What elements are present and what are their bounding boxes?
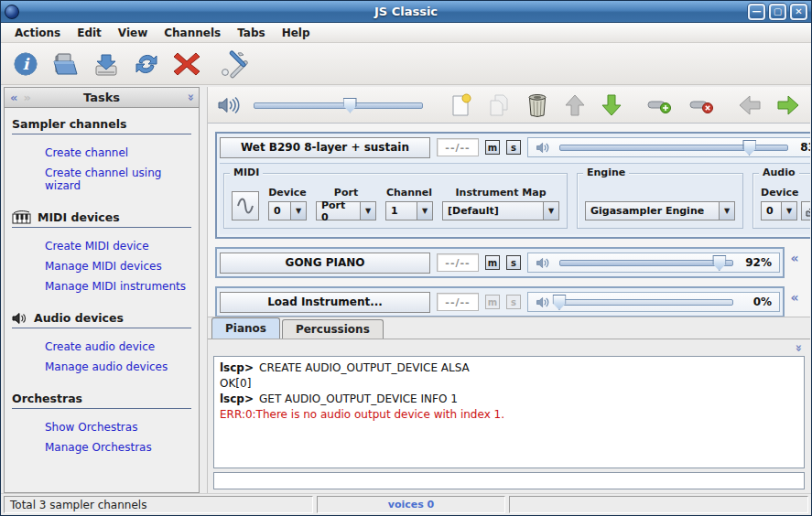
tray-arrow-icon [806, 205, 811, 217]
refresh-button[interactable] [131, 48, 162, 80]
reset-sampler-button[interactable] [171, 48, 202, 80]
slider-thumb[interactable] [553, 295, 567, 310]
channel-options-panel: MIDI Device [220, 163, 810, 234]
tasks-body: Sampler channels Create channel Create c… [5, 108, 199, 492]
console-collapse-icon[interactable]: « [791, 344, 803, 351]
plug-remove-icon[interactable] [688, 95, 716, 115]
audio-routing-button[interactable] [801, 201, 810, 220]
status-bar: Total 3 sampler channels voices 0 [1, 493, 811, 515]
volume-speaker-icon [536, 141, 552, 155]
link-show-orchestras[interactable]: Show Orchestras [12, 417, 191, 437]
master-volume-slider[interactable] [254, 97, 423, 113]
expand-channel-icon[interactable]: « [785, 247, 805, 265]
midi-group: MIDI Device [223, 173, 568, 229]
move-up-icon[interactable] [564, 93, 586, 117]
next-lane-icon[interactable] [776, 94, 800, 116]
tasks-title: Tasks [5, 91, 199, 104]
prev-lane-icon[interactable] [738, 94, 762, 116]
link-manage-midi-devices[interactable]: Manage MIDI devices [12, 256, 191, 276]
channel-volume-slider[interactable] [559, 139, 788, 156]
minimize-button[interactable]: — [748, 4, 765, 20]
channels-pane: Wet B290 8-layer + sustain --/-- m s [208, 124, 810, 317]
mute-button[interactable]: m [485, 295, 500, 309]
maximize-button[interactable]: ▢ [769, 4, 786, 20]
instrument-button[interactable]: GONG PIANO [220, 253, 430, 274]
lscp-console[interactable]: lscp>CREATE AUDIO_OUTPUT_DEVICE ALSA OK[… [213, 356, 805, 468]
open-script-button[interactable] [50, 48, 81, 80]
instrument-button[interactable]: Wet B290 8-layer + sustain [220, 137, 430, 158]
tab-pianos[interactable]: Pianos [211, 317, 280, 339]
sidebar-splitter[interactable] [200, 87, 207, 493]
plug-add-icon[interactable] [646, 95, 674, 115]
slider-thumb[interactable] [712, 255, 726, 271]
link-create-audio-device[interactable]: Create audio device [12, 337, 191, 357]
mute-button[interactable]: m [485, 255, 500, 270]
menu-tabs[interactable]: Tabs [229, 25, 273, 41]
slider-thumb[interactable] [343, 98, 357, 113]
instrument-button[interactable]: Load Instrument... [220, 292, 430, 313]
close-button[interactable]: ✕ [790, 4, 807, 20]
section-title: Audio devices [34, 311, 124, 325]
instrument-map-combo[interactable]: [Default] ▼ [442, 201, 559, 220]
midi-monitor-button[interactable] [232, 191, 259, 220]
dropdown-arrow-icon: ▼ [719, 202, 734, 220]
expand-channel-icon[interactable]: « [785, 286, 805, 305]
link-manage-midi-instruments[interactable]: Manage MIDI instruments [12, 276, 191, 296]
solo-button[interactable]: s [506, 255, 521, 270]
volume-box: 92% [527, 253, 780, 273]
section-title: Sampler channels [12, 117, 126, 131]
mute-button[interactable]: m [485, 140, 500, 155]
midi-device-label: Device [268, 187, 307, 199]
audio-device-combo[interactable]: 0 ▼ [761, 201, 797, 220]
channel-strip-row: Load Instrument... --/-- m s [215, 286, 805, 317]
link-create-midi-device[interactable]: Create MIDI device [12, 236, 191, 256]
status-empty [509, 496, 808, 513]
link-create-channel[interactable]: Create channel [12, 143, 191, 163]
engine-combo[interactable]: Gigasampler Engine ▼ [585, 201, 735, 220]
section-orchestras: Orchestras Show Orchestras Manage Orches… [12, 392, 191, 457]
preferences-button[interactable] [217, 48, 248, 80]
menu-help[interactable]: Help [274, 25, 319, 41]
tasks-collapse-icon[interactable]: « [183, 93, 195, 101]
menu-view[interactable]: View [110, 25, 156, 41]
midi-port-combo[interactable]: Port 0 ▼ [316, 201, 376, 220]
status-total-channels: Total 3 sampler channels [4, 496, 313, 513]
lscp-command-input[interactable] [213, 472, 805, 489]
tasks-forward-icon[interactable]: » [23, 91, 30, 103]
content-area: « » Tasks « Sampler channels Create chan… [1, 85, 811, 493]
midi-channel-combo[interactable]: 1 ▼ [385, 201, 433, 220]
menu-actions[interactable]: Actions [6, 25, 69, 41]
channel-volume-slider[interactable] [559, 254, 733, 271]
tasks-back-icon[interactable]: « [10, 91, 17, 103]
link-manage-audio-devices[interactable]: Manage audio devices [12, 357, 191, 377]
channels-toolbar [208, 87, 810, 124]
section-title: MIDI devices [38, 210, 120, 224]
midi-device-combo[interactable]: 0 ▼ [268, 201, 307, 220]
solo-button[interactable]: s [506, 295, 521, 309]
dropdown-arrow-icon: ▼ [290, 202, 306, 220]
new-channel-icon[interactable] [450, 93, 472, 117]
dropdown-arrow-icon: ▼ [543, 202, 558, 220]
menu-edit[interactable]: Edit [69, 25, 110, 41]
menu-bar: Actions Edit View Channels Tabs Help [1, 23, 811, 43]
sine-wave-icon [236, 196, 254, 216]
channel-volume-slider[interactable] [559, 294, 733, 310]
move-down-icon[interactable] [601, 93, 623, 117]
link-manage-orchestras[interactable]: Manage Orchestras [12, 437, 191, 457]
solo-button[interactable]: s [506, 140, 521, 155]
tab-percussions[interactable]: Percussions [282, 319, 384, 339]
console-error-line: ERR:0:There is no audio output device wi… [220, 407, 798, 423]
info-button[interactable]: i [10, 48, 41, 80]
slider-track [254, 102, 423, 109]
link-create-channel-wizard[interactable]: Create channel using wizard [12, 163, 191, 196]
export-session-button[interactable] [91, 48, 122, 80]
main-pane: Wet B290 8-layer + sustain --/-- m s [207, 87, 810, 493]
slider-thumb[interactable] [742, 140, 756, 156]
dropdown-arrow-icon: ▼ [781, 202, 796, 220]
console-line: OK[0] [220, 376, 798, 392]
duplicate-channel-icon[interactable] [487, 93, 511, 117]
audio-device-label: Device [761, 187, 799, 199]
remove-channel-trash-icon[interactable] [525, 92, 549, 118]
lane-tabs: Pianos Percussions [208, 317, 810, 339]
menu-channels[interactable]: Channels [156, 25, 229, 41]
